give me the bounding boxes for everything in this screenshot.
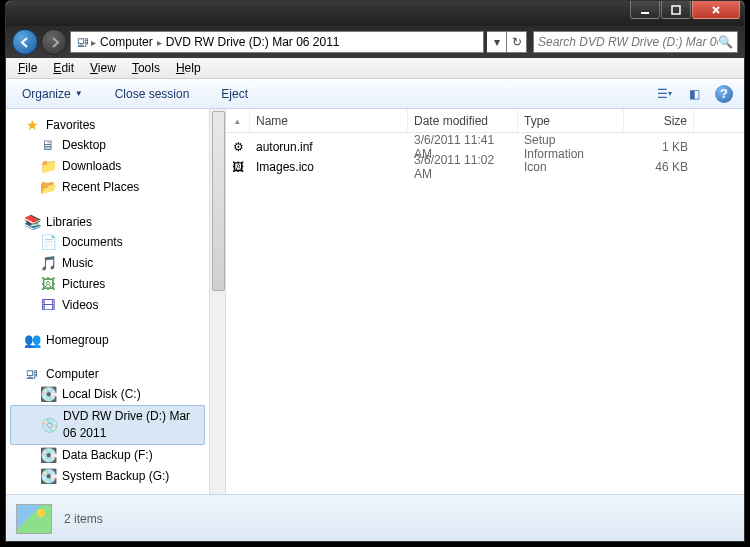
scrollbar-thumb[interactable]: [212, 111, 225, 291]
sidebar-item-local-disk[interactable]: 💽Local Disk (C:): [6, 384, 209, 405]
forward-button[interactable]: [41, 29, 67, 55]
column-name[interactable]: Name: [250, 109, 408, 132]
address-dropdown-button[interactable]: ▾: [487, 31, 507, 53]
file-size: 1 KB: [624, 140, 694, 154]
svg-rect-0: [641, 12, 649, 14]
dvd-icon: 💿: [41, 417, 57, 433]
menu-bar: File Edit View Tools Help: [6, 58, 744, 79]
close-button[interactable]: [692, 1, 740, 19]
videos-icon: 🎞: [40, 298, 56, 314]
column-size[interactable]: Size: [624, 109, 694, 132]
homegroup-header[interactable]: 👥Homegroup: [6, 330, 209, 350]
drive-icon: 💽: [40, 469, 56, 485]
eject-button[interactable]: Eject: [213, 84, 256, 104]
nav-scrollbar[interactable]: [209, 109, 226, 494]
sidebar-item-recent[interactable]: 📂Recent Places: [6, 177, 209, 198]
refresh-button[interactable]: ↻: [507, 31, 527, 53]
file-name: autorun.inf: [250, 140, 408, 154]
file-type: Setup Information: [518, 133, 624, 161]
libraries-header[interactable]: 📚Libraries: [6, 212, 209, 232]
menu-help[interactable]: Help: [168, 59, 209, 77]
file-name: Images.ico: [250, 160, 408, 174]
details-pane: 2 items: [6, 494, 744, 542]
documents-icon: 📄: [40, 235, 56, 251]
content-area: ★Favorites 🖥Desktop 📁Downloads 📂Recent P…: [6, 109, 744, 494]
file-rows: ⚙ autorun.inf 3/6/2011 11:41 AM Setup In…: [226, 133, 744, 177]
svg-rect-1: [672, 6, 680, 14]
libraries-icon: 📚: [24, 214, 40, 230]
pictures-icon: 🖼: [40, 277, 56, 293]
sidebar-item-videos[interactable]: 🎞Videos: [6, 295, 209, 316]
desktop-icon: 🖥: [40, 138, 56, 154]
address-bar[interactable]: 🖳 ▸ Computer ▸ DVD RW Drive (D:) Mar 06 …: [70, 31, 484, 53]
menu-tools[interactable]: Tools: [124, 59, 168, 77]
help-button[interactable]: ?: [712, 82, 736, 106]
sort-indicator[interactable]: ▴: [226, 109, 250, 132]
titlebar: [6, 1, 744, 26]
sidebar-item-pictures[interactable]: 🖼Pictures: [6, 274, 209, 295]
navigation-bar: 🖳 ▸ Computer ▸ DVD RW Drive (D:) Mar 06 …: [6, 26, 744, 58]
drive-icon: 💽: [40, 387, 56, 403]
search-box[interactable]: 🔍: [533, 31, 738, 53]
thumbnail-icon: [16, 504, 52, 534]
sidebar-item-data-backup[interactable]: 💽Data Backup (F:): [6, 445, 209, 466]
file-size: 46 KB: [624, 160, 694, 174]
sidebar-item-music[interactable]: 🎵Music: [6, 253, 209, 274]
star-icon: ★: [24, 117, 40, 133]
file-date: 3/6/2011 11:02 AM: [408, 153, 518, 181]
organize-button[interactable]: Organize ▼: [14, 84, 91, 104]
file-icon: ⚙: [226, 140, 250, 154]
maximize-button[interactable]: [661, 1, 691, 19]
search-icon: 🔍: [718, 35, 733, 49]
sidebar-item-documents[interactable]: 📄Documents: [6, 232, 209, 253]
search-input[interactable]: [538, 35, 718, 49]
file-row[interactable]: 🖼 Images.ico 3/6/2011 11:02 AM Icon 46 K…: [226, 157, 744, 177]
drive-icon: 💽: [40, 448, 56, 464]
column-date[interactable]: Date modified: [408, 109, 518, 132]
computer-icon: 🖳: [24, 366, 40, 382]
item-count: 2 items: [64, 512, 103, 526]
column-headers: ▴ Name Date modified Type Size: [226, 109, 744, 133]
recent-icon: 📂: [40, 180, 56, 196]
computer-icon: 🖳: [75, 34, 91, 50]
menu-edit[interactable]: Edit: [45, 59, 82, 77]
help-icon: ?: [715, 85, 733, 103]
back-button[interactable]: [12, 29, 38, 55]
close-session-button[interactable]: Close session: [107, 84, 198, 104]
navigation-pane[interactable]: ★Favorites 🖥Desktop 📁Downloads 📂Recent P…: [6, 109, 209, 494]
file-icon: 🖼: [226, 160, 250, 174]
sidebar-item-system-backup[interactable]: 💽System Backup (G:): [6, 466, 209, 487]
sidebar-item-desktop[interactable]: 🖥Desktop: [6, 135, 209, 156]
view-options-button[interactable]: ☰ ▾: [652, 82, 676, 106]
file-list-pane[interactable]: ▴ Name Date modified Type Size ⚙ autorun…: [226, 109, 744, 494]
sidebar-item-dvd-drive[interactable]: 💿DVD RW Drive (D:) Mar 06 2011: [10, 405, 205, 445]
minimize-button[interactable]: [630, 1, 660, 19]
column-type[interactable]: Type: [518, 109, 624, 132]
command-bar: Organize ▼ Close session Eject ☰ ▾ ◧ ?: [6, 79, 744, 109]
explorer-window: 🖳 ▸ Computer ▸ DVD RW Drive (D:) Mar 06 …: [5, 0, 745, 542]
breadcrumb-segment[interactable]: Computer: [96, 35, 157, 49]
computer-header[interactable]: 🖳Computer: [6, 364, 209, 384]
favorites-header[interactable]: ★Favorites: [6, 115, 209, 135]
music-icon: 🎵: [40, 256, 56, 272]
breadcrumb-segment[interactable]: DVD RW Drive (D:) Mar 06 2011: [162, 35, 344, 49]
file-type: Icon: [518, 160, 624, 174]
homegroup-icon: 👥: [24, 332, 40, 348]
sidebar-item-downloads[interactable]: 📁Downloads: [6, 156, 209, 177]
preview-pane-button[interactable]: ◧: [682, 82, 706, 106]
menu-file[interactable]: File: [10, 59, 45, 77]
menu-view[interactable]: View: [82, 59, 124, 77]
folder-icon: 📁: [40, 159, 56, 175]
